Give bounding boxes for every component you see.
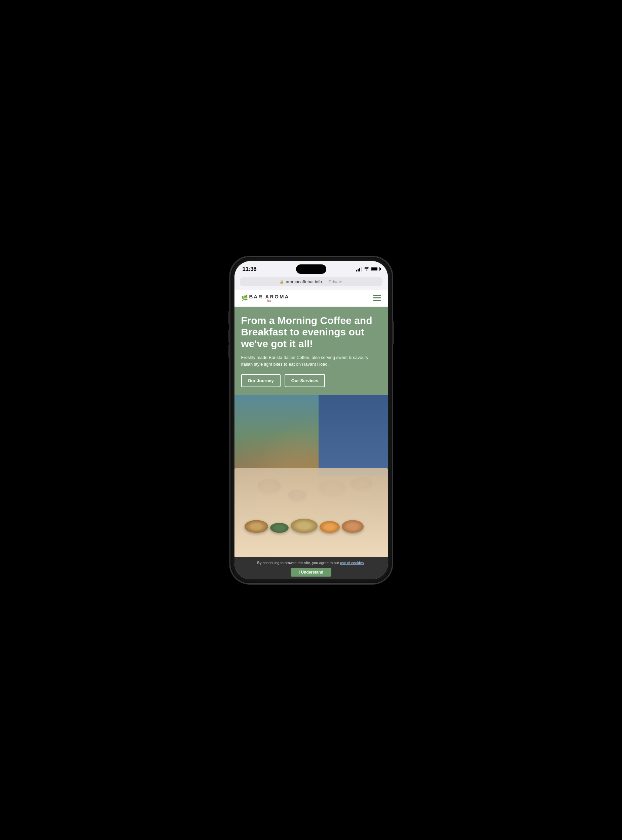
hamburger-line-1 xyxy=(373,295,381,296)
food-table-image xyxy=(235,395,388,557)
signal-icon xyxy=(356,267,362,271)
status-time: 11:38 xyxy=(242,266,257,273)
lock-icon: 🔒 xyxy=(279,280,284,284)
hamburger-menu[interactable] xyxy=(373,295,381,301)
cookie-banner: By continuing to browse this site, you a… xyxy=(235,557,388,579)
food-image-section xyxy=(235,395,388,557)
battery-icon xyxy=(371,267,380,271)
wifi-icon xyxy=(364,267,369,271)
food-platter-4 xyxy=(320,521,340,533)
site-logo-wrapper: 🌿 BAR AROMA ltd xyxy=(241,294,290,302)
food-platter-2 xyxy=(270,523,289,533)
hero-description: Freshly made Barista Italian Coffee, als… xyxy=(241,354,381,367)
food-platter-3 xyxy=(291,519,317,533)
dynamic-island xyxy=(296,264,326,274)
hamburger-line-3 xyxy=(373,300,381,301)
leaf-decoration: 🌿 xyxy=(241,295,248,301)
our-journey-button[interactable]: Our Journey xyxy=(241,374,281,387)
hero-buttons: Our Journey Our Services xyxy=(241,374,381,387)
food-platter-1 xyxy=(245,520,268,533)
status-icons xyxy=(356,267,380,271)
cookie-link[interactable]: use of cookies xyxy=(340,561,364,565)
hero-title: From a Morning Coffee and Breakfast to e… xyxy=(241,315,381,350)
phone-screen: 11:38 xyxy=(235,261,388,579)
understand-button[interactable]: I Understand xyxy=(291,568,331,576)
our-services-button[interactable]: Our Services xyxy=(285,374,325,387)
url-text: aromacaffebar.info — Private xyxy=(286,279,342,284)
food-items-row xyxy=(242,460,372,532)
hamburger-line-2 xyxy=(373,297,381,299)
phone-frame: 11:38 xyxy=(230,257,392,583)
site-logo-sub: ltd xyxy=(249,299,290,302)
site-navigation: 🌿 BAR AROMA ltd xyxy=(235,290,388,307)
hero-section: From a Morning Coffee and Breakfast to e… xyxy=(235,307,388,396)
status-bar: 11:38 xyxy=(235,261,388,275)
site-logo-text: BAR AROMA xyxy=(249,294,290,299)
url-bar[interactable]: 🔒 aromacaffebar.info — Private xyxy=(240,277,383,286)
cookie-text: By continuing to browse this site, you a… xyxy=(240,561,383,566)
browser-bar: 🔒 aromacaffebar.info — Private xyxy=(235,275,388,290)
food-platter-5 xyxy=(342,520,364,533)
website-content: 🌿 BAR AROMA ltd From a Morning Coffee an… xyxy=(235,290,388,579)
